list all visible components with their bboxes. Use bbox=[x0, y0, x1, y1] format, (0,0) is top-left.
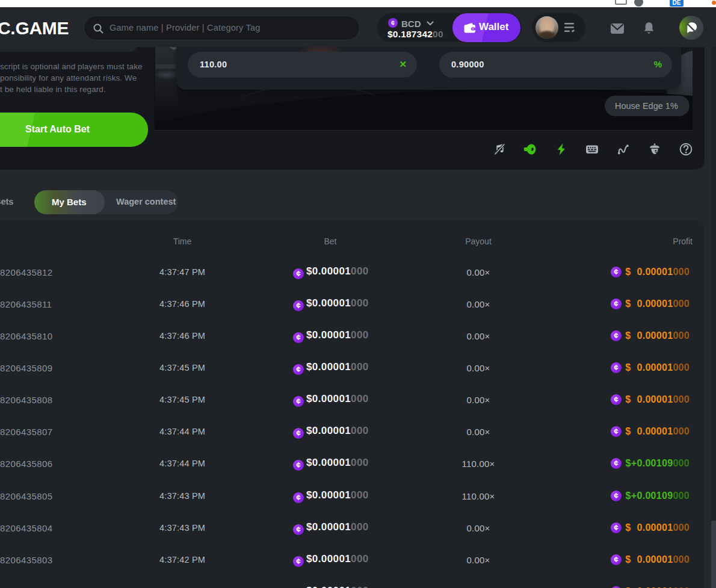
svg-text:¢: ¢ bbox=[391, 19, 395, 26]
